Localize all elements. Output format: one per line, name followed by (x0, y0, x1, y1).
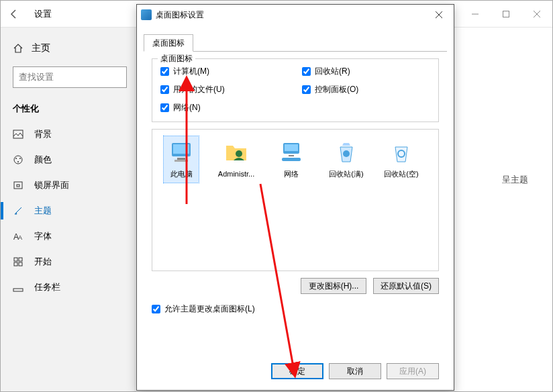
svg-text:A: A (18, 234, 22, 241)
svg-point-8 (17, 161, 19, 162)
svg-rect-28 (282, 158, 301, 161)
dialog-title: 桌面图标设置 (156, 9, 204, 21)
svg-rect-26 (285, 144, 298, 151)
checkbox-label: 允许主题更改桌面图标(L) (164, 303, 255, 315)
ok-button[interactable]: 确定 (271, 363, 323, 379)
sidebar-item-colors[interactable]: 颜色 (1, 147, 135, 173)
icon-user-files[interactable]: Administr... (211, 136, 261, 264)
checkbox-input[interactable] (160, 103, 169, 112)
svg-rect-14 (19, 258, 22, 261)
sidebar-item-background[interactable]: 背景 (1, 121, 135, 147)
svg-rect-21 (173, 144, 189, 154)
dialog-close-button[interactable] (424, 5, 454, 25)
checkbox-recycle[interactable]: 回收站(R) (302, 66, 430, 77)
maximize-button[interactable] (491, 1, 521, 28)
nav-label: 颜色 (34, 154, 52, 166)
checkbox-input[interactable] (302, 67, 311, 76)
tab-strip: 桌面图标 (144, 34, 447, 52)
checkbox-input[interactable] (302, 85, 311, 94)
svg-rect-10 (17, 185, 19, 187)
svg-rect-23 (174, 160, 188, 162)
icon-button-row: 更改图标(H)... 还原默认值(S) (152, 278, 439, 294)
font-icon: AA (13, 231, 23, 242)
recycle-empty-icon (388, 139, 415, 166)
taskbar-icon (13, 282, 23, 293)
icon-preview-box: 此电脑 Administr... 网络 回收站(满) 回收站(空) (152, 129, 439, 271)
back-button[interactable] (1, 1, 28, 28)
checkbox-label: 用户的文件(U) (173, 84, 225, 95)
sidebar-item-taskbar[interactable]: 任务栏 (1, 275, 135, 300)
nav-label: 背景 (34, 128, 52, 140)
image-icon (13, 129, 23, 140)
close-icon (436, 11, 442, 18)
arrow-left-icon (9, 9, 19, 19)
allow-theme-checkbox[interactable]: 允许主题更改桌面图标(L) (152, 303, 439, 315)
dialog-footer: 确定 取消 应用(A) (271, 363, 439, 379)
search-placeholder: 查找设置 (19, 71, 54, 83)
checkbox-input[interactable] (152, 305, 160, 313)
sidebar-item-fonts[interactable]: AA 字体 (1, 224, 135, 249)
sidebar-item-lockscreen[interactable]: 锁屏界面 (1, 173, 135, 198)
svg-point-7 (19, 158, 21, 159)
icon-label: Administr... (218, 170, 254, 179)
restore-default-button[interactable]: 还原默认值(S) (373, 278, 439, 294)
icon-recycle-full[interactable]: 回收站(满) (321, 136, 371, 264)
checkbox-label: 回收站(R) (315, 66, 350, 77)
icon-label: 此电脑 (168, 170, 195, 179)
checkbox-label: 控制面板(O) (315, 84, 358, 95)
svg-rect-15 (14, 262, 17, 266)
group-title: 桌面图标 (158, 53, 195, 64)
svg-rect-1 (503, 11, 509, 17)
checkbox-network[interactable]: 网络(N) (160, 102, 289, 113)
sidebar-home[interactable]: 主页 (1, 36, 135, 61)
nav-label: 任务栏 (34, 281, 60, 293)
change-icon-button[interactable]: 更改图标(H)... (301, 278, 366, 294)
sidebar-item-themes[interactable]: 主题 (1, 198, 135, 224)
sidebar-item-start[interactable]: 开始 (1, 249, 135, 275)
checkbox-computer[interactable]: 计算机(M) (160, 66, 289, 77)
related-theme-text: 呈主题 (502, 174, 528, 186)
icon-this-pc[interactable]: 此电脑 (156, 136, 206, 264)
tab-desktop-icons[interactable]: 桌面图标 (144, 34, 193, 52)
svg-rect-16 (19, 262, 22, 266)
sidebar: 主页 查找设置 个性化 背景 颜色 锁屏界面 主题 (1, 28, 135, 391)
lock-icon (13, 180, 23, 191)
icon-label: 回收站(空) (384, 170, 418, 179)
maximize-icon (503, 11, 509, 17)
svg-point-5 (14, 156, 22, 164)
svg-point-6 (15, 158, 17, 159)
palette-icon (13, 154, 23, 165)
svg-rect-22 (177, 158, 185, 160)
checkbox-input[interactable] (160, 85, 169, 94)
svg-point-29 (343, 150, 350, 157)
checkbox-userfiles[interactable]: 用户的文件(U) (160, 84, 289, 95)
computer-icon (168, 139, 195, 166)
nav-label: 字体 (34, 230, 52, 242)
close-button[interactable] (521, 1, 552, 28)
network-icon (278, 139, 305, 166)
window-controls (460, 1, 552, 28)
cancel-button[interactable]: 取消 (329, 363, 381, 379)
close-icon (534, 11, 540, 17)
checkbox-input[interactable] (160, 67, 169, 76)
apply-button[interactable]: 应用(A) (387, 363, 439, 379)
svg-rect-13 (14, 258, 17, 261)
nav-label: 锁屏界面 (34, 179, 69, 191)
checkbox-control[interactable]: 控制面板(O) (302, 84, 430, 95)
icon-label: 网络 (278, 170, 305, 179)
search-input[interactable]: 查找设置 (13, 66, 127, 88)
section-personalization: 个性化 (1, 97, 135, 121)
icon-label: 回收站(满) (329, 170, 363, 179)
brush-icon (13, 205, 23, 216)
settings-title: 设置 (34, 8, 52, 20)
svg-rect-27 (289, 155, 294, 156)
checkbox-grid: 计算机(M) 回收站(R) 用户的文件(U) 控制面板(O) 网络(N) (160, 66, 430, 113)
minimize-button[interactable] (460, 1, 491, 28)
svg-rect-17 (13, 289, 23, 291)
icon-recycle-empty[interactable]: 回收站(空) (376, 136, 426, 264)
icon-network[interactable]: 网络 (266, 136, 316, 264)
home-icon (13, 43, 23, 54)
svg-point-24 (236, 150, 242, 157)
nav-label: 开始 (34, 256, 52, 268)
checkbox-label: 网络(N) (173, 102, 201, 113)
